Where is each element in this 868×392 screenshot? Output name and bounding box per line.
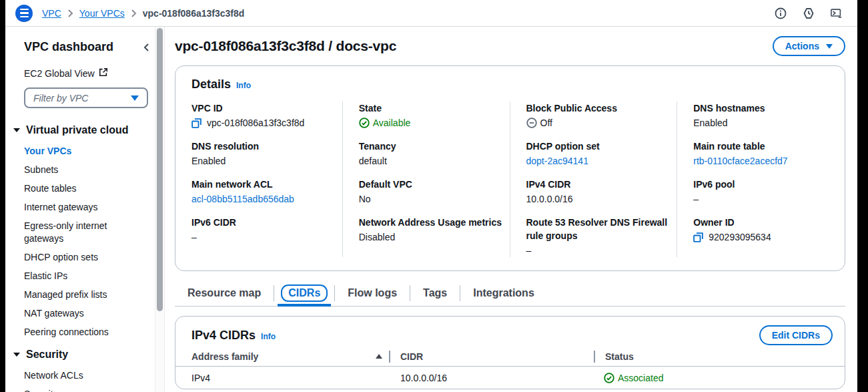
sidebar-title: VPC dashboard bbox=[24, 40, 113, 54]
details-column-1: VPC ID vpc-018f086a13f3c3f8d DNS resolut… bbox=[175, 102, 343, 257]
field-vpc-id: VPC ID vpc-018f086a13f3c3f8d bbox=[191, 102, 337, 130]
copy-icon[interactable] bbox=[191, 118, 201, 128]
copy-icon[interactable] bbox=[693, 232, 703, 242]
breadcrumb-current: vpc-018f086a13f3c3f8d bbox=[143, 8, 245, 19]
field-label: Main network ACL bbox=[191, 178, 337, 191]
field-label: DNS hostnames bbox=[693, 102, 839, 115]
details-info-link[interactable]: Info bbox=[236, 81, 251, 90]
details-column-2: State Available Tenancy def bbox=[343, 102, 510, 257]
column-header-cidr: CIDR bbox=[390, 351, 594, 362]
field-value: Available bbox=[373, 116, 411, 130]
section-header-virtual-private-cloud[interactable]: Virtual private cloud bbox=[13, 124, 151, 136]
column-header-label: Address family bbox=[191, 351, 258, 362]
top-navigation-bar: VPC Your VPCs vpc-018f086a13f3c3f8d bbox=[5, 0, 857, 27]
sidebar-item-network-acls[interactable]: Network ACLs bbox=[24, 369, 151, 382]
ec2-global-view-link[interactable]: EC2 Global View bbox=[24, 67, 151, 79]
sort-ascending-icon bbox=[376, 354, 382, 359]
table-header-row: Address family CIDR Status bbox=[175, 351, 845, 367]
field-value: – bbox=[693, 192, 699, 206]
breadcrumb-link-your-vpcs[interactable]: Your VPCs bbox=[79, 8, 125, 19]
tab-resource-map[interactable]: Resource map bbox=[175, 280, 274, 306]
filter-placeholder: Filter by VPC bbox=[33, 93, 88, 104]
check-circle-icon bbox=[359, 118, 370, 128]
cloudshell-icon[interactable] bbox=[831, 7, 843, 19]
external-link-icon bbox=[99, 67, 108, 79]
sidebar-item-egress-only-internet-gateways[interactable]: Egress-only internet gateways bbox=[24, 220, 151, 245]
actions-button[interactable]: Actions bbox=[773, 36, 845, 56]
page-title: vpc-018f086a13f3c3f8d / docs-vpc bbox=[175, 38, 396, 54]
chevron-right-icon bbox=[131, 9, 137, 17]
check-circle-icon bbox=[604, 373, 614, 383]
filter-by-vpc-dropdown[interactable]: Filter by VPC bbox=[24, 87, 148, 108]
tab-tags[interactable]: Tags bbox=[410, 280, 460, 306]
tab-label: Resource map bbox=[187, 287, 261, 299]
field-value: default bbox=[359, 154, 387, 168]
field-value: No bbox=[359, 192, 371, 206]
chevron-down-icon bbox=[131, 95, 139, 101]
tabs-bar: Resource map CIDRs Flow logs Tags bbox=[175, 280, 845, 307]
tab-integrations[interactable]: Integrations bbox=[460, 280, 547, 306]
field-dns-hostnames: DNS hostnames Enabled bbox=[693, 102, 839, 130]
dhcp-option-set-link[interactable]: dopt-2ac94141 bbox=[526, 154, 588, 168]
field-block-public-access: Block Public Access Off bbox=[526, 102, 672, 130]
field-ipv6-cidr: IPv6 CIDR – bbox=[191, 216, 337, 244]
hexagon-clock-icon[interactable] bbox=[803, 7, 815, 19]
aws-console-window: VPC Your VPCs vpc-018f086a13f3c3f8d bbox=[5, 0, 857, 392]
sidebar-item-subnets[interactable]: Subnets bbox=[24, 164, 151, 176]
sidebar-item-elastic-ips[interactable]: Elastic IPs bbox=[24, 270, 151, 282]
field-ipv6-pool: IPv6 pool – bbox=[693, 178, 839, 206]
field-route53-resolver-dns-firewall-rule-groups: Route 53 Resolver DNS Firewall rule grou… bbox=[526, 216, 672, 257]
field-dns-resolution: DNS resolution Enabled bbox=[191, 140, 337, 168]
field-value: vpc-018f086a13f3c3f8d bbox=[207, 116, 304, 130]
minus-circle-icon bbox=[526, 118, 537, 128]
network-acl-link[interactable]: acl-08bb5115adb656dab bbox=[191, 192, 294, 206]
field-value: Enabled bbox=[191, 154, 226, 168]
field-label: Network Address Usage metrics bbox=[359, 216, 504, 229]
section-label: Security bbox=[26, 349, 68, 361]
cell-address-family: IPv4 bbox=[191, 373, 390, 383]
sidebar-item-dhcp-option-sets[interactable]: DHCP option sets bbox=[24, 251, 151, 264]
ipv4-cidrs-card: IPv4 CIDRs Info Edit CIDRs Address famil… bbox=[175, 316, 845, 389]
sidebar-item-security-groups[interactable]: Security groups bbox=[24, 388, 151, 392]
field-network-address-usage-metrics: Network Address Usage metrics Disabled bbox=[359, 216, 504, 244]
field-owner-id: Owner ID 920293095634 bbox=[693, 216, 839, 244]
field-label: DNS resolution bbox=[191, 140, 337, 153]
field-value: 920293095634 bbox=[709, 230, 771, 244]
collapse-sidebar-icon[interactable] bbox=[143, 43, 149, 52]
details-title: Details bbox=[191, 77, 231, 91]
field-main-network-acl: Main network ACL acl-08bb5115adb656dab bbox=[191, 178, 337, 206]
hamburger-menu-icon[interactable] bbox=[15, 5, 33, 22]
tab-flow-logs[interactable]: Flow logs bbox=[335, 280, 410, 306]
sidebar-item-managed-prefix-lists[interactable]: Managed prefix lists bbox=[24, 288, 151, 301]
edit-cidrs-button-label: Edit CIDRs bbox=[772, 330, 820, 341]
field-label: Route 53 Resolver DNS Firewall rule grou… bbox=[526, 216, 672, 242]
field-value: Off bbox=[540, 116, 552, 130]
field-label: IPv4 CIDR bbox=[526, 178, 672, 191]
cell-status: Associated bbox=[594, 373, 829, 383]
sidebar-item-nat-gateways[interactable]: NAT gateways bbox=[24, 307, 151, 320]
tab-label: Tags bbox=[423, 287, 447, 299]
chevron-right-icon bbox=[67, 9, 73, 17]
sidebar-scrollbar[interactable] bbox=[155, 27, 165, 392]
ipv4-cidrs-info-link[interactable]: Info bbox=[261, 332, 276, 341]
sidebar-item-internet-gateways[interactable]: Internet gateways bbox=[24, 201, 151, 214]
ipv4-cidrs-title: IPv4 CIDRs bbox=[191, 329, 256, 343]
info-icon[interactable] bbox=[775, 7, 787, 19]
edit-cidrs-button[interactable]: Edit CIDRs bbox=[759, 325, 833, 345]
route-table-link[interactable]: rtb-0110cface2acecfd7 bbox=[693, 154, 787, 168]
sidebar-item-peering-connections[interactable]: Peering connections bbox=[24, 326, 151, 339]
field-main-route-table: Main route table rtb-0110cface2acecfd7 bbox=[693, 140, 839, 168]
field-value: 10.0.0.0/16 bbox=[526, 192, 573, 206]
sidebar-item-your-vpcs[interactable]: Your VPCs bbox=[24, 145, 151, 158]
breadcrumb-link-vpc[interactable]: VPC bbox=[42, 8, 61, 19]
column-header-address-family[interactable]: Address family bbox=[191, 351, 389, 362]
tab-label: Integrations bbox=[473, 287, 534, 299]
scrollbar-thumb[interactable] bbox=[157, 28, 163, 311]
sidebar-item-route-tables[interactable]: Route tables bbox=[24, 182, 151, 195]
details-column-3: Block Public Access Off DHCP option set bbox=[510, 102, 678, 257]
section-header-security[interactable]: Security bbox=[13, 349, 151, 361]
field-label: Block Public Access bbox=[526, 102, 672, 115]
field-label: State bbox=[359, 102, 504, 115]
field-label: Owner ID bbox=[693, 216, 839, 229]
tab-cidrs[interactable]: CIDRs bbox=[274, 280, 334, 306]
